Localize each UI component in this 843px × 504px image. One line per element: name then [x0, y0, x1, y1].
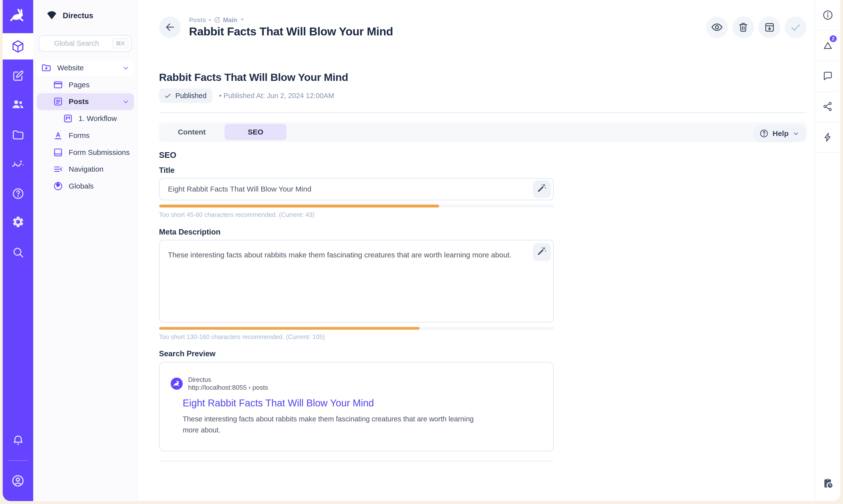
insights-icon	[11, 157, 24, 171]
title-field	[159, 178, 554, 200]
module-settings-button[interactable]	[3, 208, 33, 238]
rail-divider	[8, 460, 27, 461]
flows-panel-button[interactable]	[815, 122, 840, 153]
back-button[interactable]	[159, 17, 181, 38]
nav-item-pages[interactable]: Pages	[37, 76, 134, 93]
arrow-left-icon	[164, 21, 176, 33]
revisions-count-badge: 2	[829, 34, 837, 43]
nav-item-label: Navigation	[69, 165, 103, 173]
breadcrumb-separator: •	[209, 17, 211, 23]
edit-icon	[12, 69, 24, 83]
meta-description-field[interactable]: These interesting facts about rabbits ma…	[159, 240, 554, 323]
nav-item-posts[interactable]: Posts	[37, 93, 134, 110]
letter-a-icon: A	[53, 130, 63, 141]
page-header: Posts • Main Rabbit Facts That Will Blow…	[138, 0, 815, 55]
preview-site-name: Directus	[188, 376, 268, 383]
trash-icon	[737, 22, 749, 33]
nav-list-icon	[53, 164, 63, 174]
info-icon	[822, 10, 833, 21]
title-progress-fill	[159, 204, 440, 207]
save-button[interactable]	[785, 17, 807, 38]
pages-icon	[53, 80, 63, 90]
gear-icon	[12, 215, 24, 231]
generate-meta-button[interactable]	[533, 243, 551, 261]
seo-heading: SEO	[159, 150, 554, 160]
module-editor-button[interactable]	[3, 61, 33, 90]
help-label: Help	[773, 129, 789, 138]
module-search-button[interactable]	[3, 238, 33, 267]
app-window: Directus ⌘K Website Pages	[3, 0, 840, 501]
archive-button[interactable]	[758, 17, 780, 38]
nav-item-forms[interactable]: A Forms	[37, 127, 134, 144]
generate-title-button[interactable]	[533, 180, 551, 198]
archive-icon	[764, 22, 775, 33]
module-docs-button[interactable]	[3, 179, 33, 208]
title-field-label: Title	[159, 166, 554, 175]
module-users-button[interactable]	[3, 90, 33, 120]
preview-button[interactable]	[706, 17, 728, 38]
meta-helper-text: Too short 130-160 characters recommended…	[159, 334, 554, 341]
search-shortcut-badge: ⌘K	[112, 38, 128, 49]
item-title: Rabbit Facts That Will Blow Your Mind	[159, 71, 815, 83]
revisions-panel-button[interactable]: 2	[815, 31, 840, 61]
nav-folder-website[interactable]: Website	[37, 59, 134, 76]
nav-item-workflow[interactable]: 1. Workflow	[37, 110, 134, 127]
project-header[interactable]: Directus	[33, 0, 137, 32]
svg-text:A: A	[56, 131, 60, 138]
version-selector[interactable]: Main	[214, 17, 245, 23]
eye-icon	[711, 21, 723, 33]
site-favicon	[171, 378, 183, 390]
bolt-icon	[822, 132, 833, 143]
tab-seo[interactable]: SEO	[225, 124, 287, 140]
help-circle-icon	[12, 187, 24, 200]
rabbit-icon	[10, 7, 27, 26]
directus-logo[interactable]	[3, 0, 33, 33]
info-panel-button[interactable]	[815, 0, 840, 31]
breadcrumb-collection[interactable]: Posts	[189, 17, 206, 23]
nav-item-label: Form Submissions	[69, 148, 130, 157]
project-logo-icon	[46, 8, 58, 23]
preview-link-title: Eight Rabbit Facts That Will Blow Your M…	[183, 398, 542, 409]
preview-url: http://localhost:8055 › posts	[188, 383, 268, 392]
comments-panel-button[interactable]	[815, 61, 840, 91]
header-actions	[706, 17, 807, 38]
notifications-button[interactable]	[3, 425, 33, 455]
tab-content[interactable]: Content	[161, 124, 223, 140]
nav-item-label: Forms	[69, 131, 90, 140]
module-files-button[interactable]	[3, 120, 33, 149]
delete-button[interactable]	[732, 17, 754, 38]
right-sidebar: 2	[815, 0, 840, 501]
status-badge: Published	[159, 88, 213, 103]
folder-icon	[12, 128, 24, 141]
search-preview-heading: Search Preview	[159, 349, 554, 358]
nav-item-navigation[interactable]: Navigation	[37, 161, 134, 178]
module-content-active[interactable]	[3, 33, 33, 59]
title-progress-track	[159, 204, 554, 207]
magic-wand-icon	[536, 183, 547, 196]
pending-tasks-button[interactable]	[815, 468, 840, 501]
module-insights-button[interactable]	[3, 149, 33, 179]
help-button[interactable]: Help	[753, 125, 807, 142]
title-input[interactable]	[160, 179, 553, 200]
meta-progress-track	[159, 327, 554, 330]
check-icon	[789, 21, 802, 33]
main-area: Posts • Main Rabbit Facts That Will Blow…	[138, 0, 815, 501]
nav-item-label: Posts	[69, 97, 89, 106]
nav-item-form-submissions[interactable]: Form Submissions	[37, 144, 134, 161]
nav-folder-label: Website	[57, 64, 84, 72]
nav-item-globals[interactable]: Globals	[37, 178, 134, 195]
user-avatar-button[interactable]	[3, 466, 33, 496]
meta-field-label: Meta Description	[159, 228, 554, 236]
module-rail-body	[3, 59, 33, 501]
bell-icon	[12, 433, 24, 447]
preview-description: These interesting facts about rabbits ma…	[183, 414, 480, 435]
status-label: Published	[175, 92, 207, 100]
item-detail: Rabbit Facts That Will Blow Your Mind Pu…	[138, 55, 815, 501]
global-search[interactable]: ⌘K	[39, 35, 132, 52]
nav-item-label: 1. Workflow	[78, 114, 117, 123]
title-helper-text: Too short 45-60 characters recommended. …	[159, 211, 554, 218]
kanban-icon	[63, 113, 73, 124]
screen: Directus ⌘K Website Pages	[0, 0, 843, 504]
meta-description-value: These interesting facts about rabbits ma…	[168, 251, 525, 259]
shares-panel-button[interactable]	[815, 92, 840, 122]
